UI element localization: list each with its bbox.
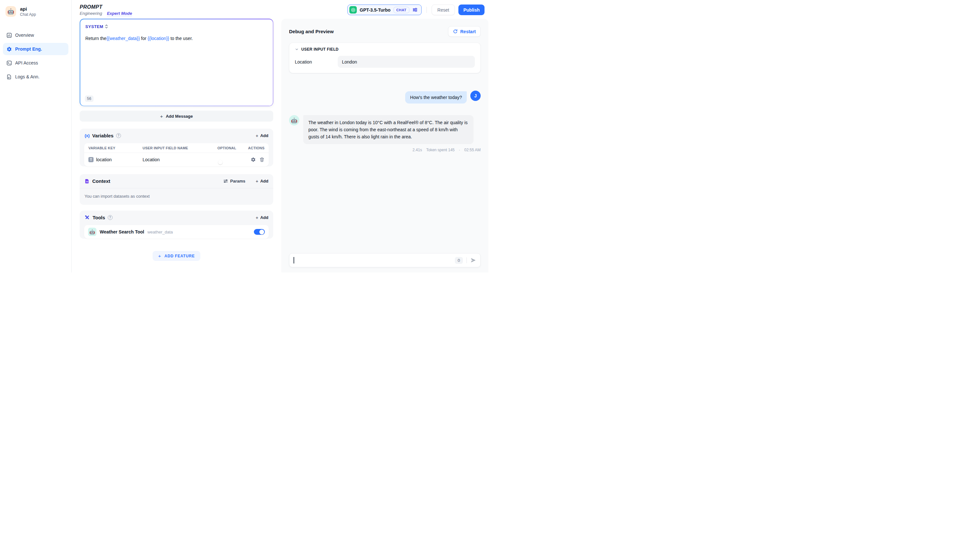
variable-settings-icon[interactable]: [251, 157, 256, 162]
model-mode-badge: CHAT: [393, 7, 409, 13]
document-icon: [6, 74, 12, 79]
robot-emoji-icon: 🤖: [291, 118, 298, 124]
model-settings-icon[interactable]: [412, 7, 418, 13]
page-title: PROMPT: [80, 4, 132, 10]
context-empty-text: You can import datasets as context: [80, 188, 273, 205]
variables-title: Variables: [92, 133, 113, 138]
prompt-text: for: [140, 36, 148, 41]
openai-logo-icon: [349, 6, 357, 14]
refresh-icon: [453, 29, 458, 34]
publish-button[interactable]: Publish: [458, 5, 485, 15]
char-count-badge: 56: [85, 95, 94, 102]
variables-table-header: VARIABLE KEY USER INPUT FIELD NAME OPTIO…: [84, 143, 269, 153]
restart-button[interactable]: Restart: [448, 26, 480, 37]
system-prompt-card: SYSTEM Return the{{weather_data}} for {{…: [80, 19, 273, 106]
debug-title: Debug and Preview: [289, 29, 334, 34]
table-row: T location Location: [84, 153, 269, 167]
tool-enabled-toggle[interactable]: [254, 229, 265, 235]
add-tool-label: Add: [260, 215, 268, 220]
chat-message-input[interactable]: [294, 253, 455, 267]
string-type-badge: T: [88, 157, 94, 162]
tools-title: Tools: [92, 215, 105, 220]
sidebar-item-overview[interactable]: Overview: [3, 29, 68, 41]
tools-section: Tools ? + Add 🤖 Weather Search Tool weat…: [80, 211, 273, 238]
bot-message-row: 🤖 The weather in London today is 10°C wi…: [289, 115, 480, 144]
user-input-field-header[interactable]: USER INPUT FIELD: [295, 47, 475, 52]
main-area: PROMPT Engineering Expert Mode GPT-3.5-T…: [72, 0, 490, 272]
plus-icon: +: [160, 113, 163, 119]
chat-area: How's the weather today? J 🤖 The weather…: [289, 91, 480, 152]
user-input-field-title: USER INPUT FIELD: [301, 47, 338, 52]
sidebar-item-label: Overview: [15, 33, 34, 38]
user-message-bubble: How's the weather today?: [405, 91, 467, 103]
sliders-icon: [223, 179, 228, 183]
prompt-text: Return the: [86, 36, 107, 41]
tool-avatar: 🤖: [88, 228, 97, 236]
prompt-text: to the user.: [169, 36, 193, 41]
context-section: Context Params + Add You can import data…: [80, 174, 273, 205]
sidebar-item-logs[interactable]: Logs & Ann.: [3, 71, 68, 83]
sidebar-item-label: Prompt Eng.: [15, 46, 42, 52]
bot-avatar: 🤖: [289, 115, 299, 126]
robot-emoji-icon: 🤖: [8, 8, 14, 15]
debug-preview-panel: Debug and Preview Restart USER INPUT FIE…: [281, 19, 488, 272]
input-divider: [466, 257, 467, 263]
location-field-label: Location: [295, 59, 338, 65]
expert-mode-link[interactable]: Expert Mode: [107, 11, 132, 16]
add-message-button[interactable]: + Add Message: [80, 111, 273, 122]
tool-list-item: 🤖 Weather Search Tool weather_data: [84, 225, 269, 238]
add-tool-button[interactable]: + Add: [256, 215, 268, 220]
variables-braces-icon: {x}: [84, 133, 90, 138]
tool-key: weather_data: [148, 230, 173, 234]
sidebar-item-api-access[interactable]: API Access: [3, 57, 68, 69]
sidebar-nav: Overview Prompt Eng. API Access Logs & A…: [0, 29, 71, 83]
col-field-name: USER INPUT FIELD NAME: [143, 146, 218, 150]
variables-table: VARIABLE KEY USER INPUT FIELD NAME OPTIO…: [84, 143, 269, 167]
header-actions: GPT-3.5-Turbo CHAT Reset Publish: [347, 5, 485, 15]
prompt-editor[interactable]: Return the{{weather_data}} for {{locatio…: [86, 35, 268, 42]
char-counter: 0: [455, 257, 463, 264]
location-input[interactable]: [338, 56, 475, 68]
variable-key: location: [96, 157, 111, 162]
prompt-variable-weather-data: {{weather_data}}: [107, 36, 140, 41]
user-message-row: How's the weather today? J: [289, 91, 480, 103]
help-icon: ?: [108, 215, 113, 220]
bar-chart-icon: [6, 33, 12, 38]
plus-icon: +: [256, 133, 258, 138]
message-meta: 2.41s Token spent 145 · 02:55 AM: [289, 148, 480, 152]
user-input-card: USER INPUT FIELD Location: [289, 43, 480, 73]
app-name: api: [20, 6, 36, 12]
sidebar-item-prompt-eng[interactable]: Prompt Eng.: [3, 43, 68, 55]
add-context-button[interactable]: + Add: [256, 179, 268, 184]
variable-field-name: Location: [143, 157, 218, 162]
col-variable-key: VARIABLE KEY: [88, 146, 143, 150]
add-variable-button[interactable]: + Add: [256, 133, 268, 138]
token-count: Token spent 145: [426, 148, 455, 152]
reset-button[interactable]: Reset: [432, 5, 455, 15]
robot-emoji-icon: 🤖: [89, 229, 95, 234]
send-icon[interactable]: [470, 257, 476, 263]
add-feature-label: ADD FEATURE: [164, 254, 195, 258]
app-type: Chat App: [20, 12, 36, 17]
trash-icon[interactable]: [259, 157, 264, 162]
tools-icon: [84, 215, 90, 220]
user-avatar: J: [470, 91, 480, 101]
bot-message-bubble: The weather in London today is 10°C with…: [303, 115, 474, 144]
role-switch-icon[interactable]: [105, 24, 108, 29]
context-title: Context: [92, 178, 110, 184]
plus-icon: +: [158, 253, 161, 259]
add-feature-button[interactable]: + ADD FEATURE: [153, 251, 200, 261]
latency: 2.41s: [412, 148, 422, 152]
sidebar-item-label: API Access: [15, 60, 38, 65]
system-role-label: SYSTEM: [86, 24, 103, 29]
add-context-label: Add: [260, 179, 268, 183]
sidebar-item-label: Logs & Ann.: [15, 74, 40, 79]
params-button[interactable]: Params: [223, 179, 245, 183]
meta-separator: ·: [459, 148, 460, 152]
plus-icon: +: [256, 215, 258, 220]
plus-icon: +: [256, 179, 258, 184]
context-document-icon: [84, 179, 90, 184]
variables-section: {x} Variables ? + Add VARIABLE KEY USER …: [80, 129, 273, 167]
model-selector[interactable]: GPT-3.5-Turbo CHAT: [347, 5, 422, 15]
header-divider: [426, 7, 427, 13]
